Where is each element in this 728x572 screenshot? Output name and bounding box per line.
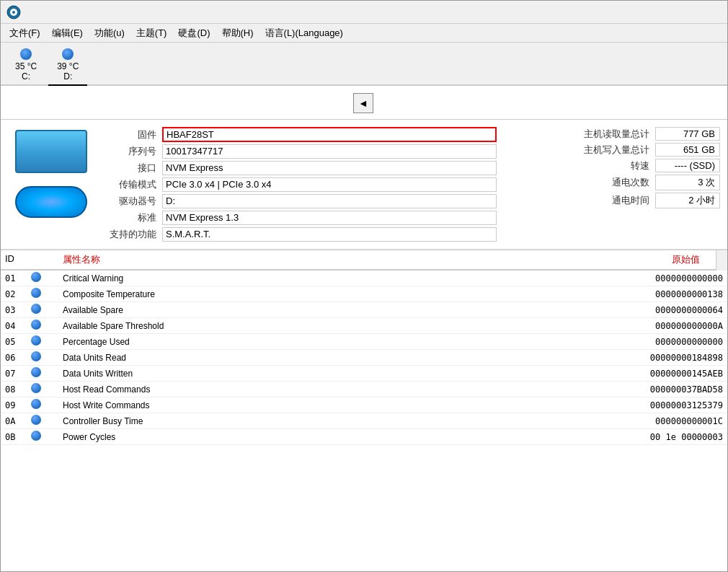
right-label-0: 主机读取量总计 (577, 128, 649, 141)
table-row[interactable]: 06 Data Units Read 00000000184898 (1, 350, 727, 366)
table-row[interactable]: 07 Data Units Written 00000000145AEB (1, 366, 727, 382)
cell-id: 06 (1, 352, 22, 364)
drive-tab-dot (20, 48, 32, 60)
cell-dot (22, 430, 58, 444)
cell-id: 05 (1, 336, 22, 348)
maximize-button[interactable] (655, 1, 688, 24)
menu-item-t[interactable]: 主题(T) (130, 25, 173, 41)
field-label-4: 驱动器号 (102, 195, 159, 208)
field-value-2: NVM Express (162, 161, 497, 175)
minimize-button[interactable] (622, 1, 655, 24)
col-header-dot (22, 252, 58, 268)
info-row-1: 序列号 10017347717 (102, 144, 497, 159)
cell-id: 04 (1, 320, 22, 332)
drive-tab-D[interactable]: 39 °C D: (48, 45, 87, 86)
left-panel (8, 127, 94, 242)
drive-tab-C[interactable]: 35 °C C: (6, 45, 45, 84)
cell-name: Power Cycles (58, 431, 612, 443)
field-label-0: 固件 (102, 128, 159, 141)
menu-item-h[interactable]: 帮助(H) (216, 25, 259, 41)
menu-item-d[interactable]: 硬盘(D) (172, 25, 216, 41)
right-label-2: 转速 (577, 159, 649, 172)
cell-raw: 0000000000000 (612, 273, 727, 284)
right-value-4: 2 小时 (655, 193, 720, 208)
cell-raw: 000000037BAD58 (612, 384, 727, 395)
drive-tab-label: 39 °C (57, 61, 79, 71)
field-label-5: 标准 (102, 211, 159, 224)
info-section: 固件 HBAF28ST序列号 10017347717接口 NVM Express… (1, 120, 727, 250)
table-section: ID 属性名称 原始值 01 Critical Warning 00000000… (1, 250, 727, 571)
cell-name: Composite Temperature (58, 289, 612, 300)
right-row-3: 通电次数 3 次 (504, 175, 720, 190)
table-row[interactable]: 0B Power Cycles 00 1e 00000003 (1, 429, 727, 445)
right-value-0: 777 GB (655, 127, 720, 141)
cell-dot (22, 335, 58, 348)
table-header: ID 属性名称 原始值 (1, 250, 716, 270)
table-row[interactable]: 0A Controller Busy Time 000000000001C (1, 413, 727, 429)
menu-bar: 文件(F)编辑(E)功能(u)主题(T)硬盘(D)帮助(H)语言(L)(Lang… (1, 24, 727, 43)
cell-name: Host Read Commands (58, 384, 612, 395)
field-value-5: NVM Express 1.3 (162, 211, 497, 225)
field-label-2: 接口 (102, 162, 159, 175)
table-row[interactable]: 08 Host Read Commands 000000037BAD58 (1, 382, 727, 397)
table-row[interactable]: 09 Host Write Commands 00000003125379 (1, 397, 727, 413)
cell-raw: 0000000000064 (612, 304, 727, 316)
menu-item-e[interactable]: 编辑(E) (46, 25, 89, 41)
field-value-4: D: (162, 194, 497, 208)
table-header-row: ID 属性名称 原始值 (1, 250, 727, 270)
middle-panel: 固件 HBAF28ST序列号 10017347717接口 NVM Express… (102, 127, 497, 242)
back-button[interactable]: ◄ (353, 93, 373, 113)
cell-id: 08 (1, 384, 22, 395)
cell-name: Data Units Read (58, 352, 612, 364)
drive-tab-name: D: (63, 71, 72, 82)
cell-name: Available Spare (58, 304, 612, 316)
table-row[interactable]: 01 Critical Warning 0000000000000 (1, 270, 727, 286)
field-label-3: 传输模式 (102, 178, 159, 191)
field-value-0: HBAF28ST (162, 127, 497, 142)
cell-raw: 00000000145AEB (612, 368, 727, 379)
info-row-4: 驱动器号 D: (102, 194, 497, 208)
right-row-4: 通电时间 2 小时 (504, 193, 720, 208)
right-label-1: 主机写入量总计 (577, 144, 649, 157)
window-controls (622, 1, 722, 24)
cell-id: 02 (1, 289, 22, 300)
close-button[interactable] (688, 1, 722, 24)
field-value-3: PCIe 3.0 x4 | PCIe 3.0 x4 (162, 177, 497, 192)
app-icon (6, 5, 21, 19)
drive-tab-name: C: (22, 71, 30, 82)
right-value-1: 651 GB (655, 143, 720, 157)
menu-item-llanguage[interactable]: 语言(L)(Language) (259, 25, 349, 41)
cell-dot (22, 319, 58, 333)
main-window: 文件(F)编辑(E)功能(u)主题(T)硬盘(D)帮助(H)语言(L)(Lang… (0, 0, 728, 572)
cell-dot (22, 303, 58, 317)
table-row[interactable]: 04 Available Spare Threshold 00000000000… (1, 318, 727, 334)
field-value-1: 10017347717 (162, 144, 497, 159)
table-scroll[interactable]: 01 Critical Warning 0000000000000 02 Com… (1, 270, 727, 571)
table-row[interactable]: 05 Percentage Used 0000000000000 (1, 334, 727, 350)
info-row-3: 传输模式 PCIe 3.0 x4 | PCIe 3.0 x4 (102, 177, 497, 192)
temp-box (15, 186, 87, 218)
cell-id: 09 (1, 400, 22, 411)
cell-raw: 00 1e 00000003 (612, 431, 727, 443)
cell-id: 0B (1, 431, 22, 443)
scrollbar-top-spacer (716, 250, 727, 270)
right-value-3: 3 次 (655, 175, 720, 190)
drive-tab-dot (62, 48, 74, 60)
cell-raw: 00000000184898 (612, 352, 727, 364)
right-panel: 主机读取量总计 777 GB主机写入量总计 651 GB转速 ---- (SSD… (504, 127, 720, 242)
drive-tab-label: 35 °C (15, 61, 37, 71)
cell-raw: 00000003125379 (612, 400, 727, 411)
table-row[interactable]: 03 Available Spare 0000000000064 (1, 302, 727, 318)
cell-dot (22, 271, 58, 285)
right-row-2: 转速 ---- (SSD) (504, 159, 720, 172)
info-row-6: 支持的功能 S.M.A.R.T. (102, 227, 497, 242)
cell-id: 07 (1, 368, 22, 379)
menu-item-u[interactable]: 功能(u) (89, 25, 130, 41)
cell-raw: 0000000000000 (612, 336, 727, 348)
table-row[interactable]: 02 Composite Temperature 0000000000138 (1, 286, 727, 302)
cell-id: 01 (1, 273, 22, 284)
cell-name: Percentage Used (58, 336, 612, 348)
right-row-1: 主机写入量总计 651 GB (504, 143, 720, 157)
cell-id: 03 (1, 304, 22, 316)
menu-item-f[interactable]: 文件(F) (4, 25, 46, 41)
